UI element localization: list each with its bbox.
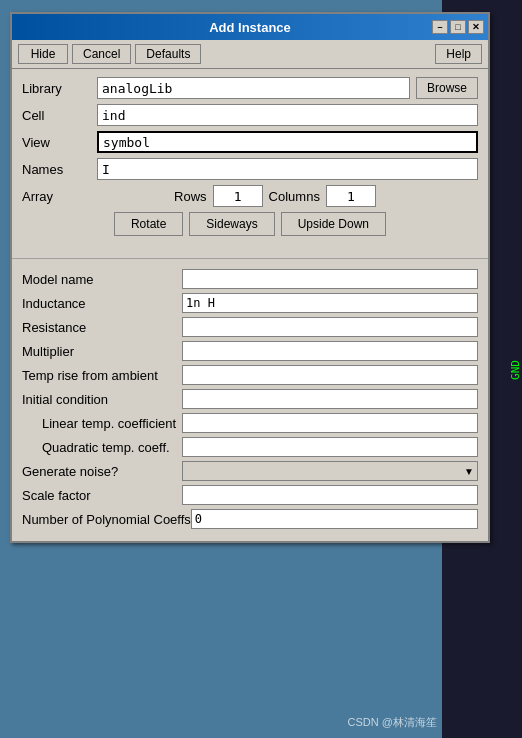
rows-input[interactable] [213, 185, 263, 207]
library-label: Library [22, 81, 97, 96]
hide-button[interactable]: Hide [18, 44, 68, 64]
gnd-label: GND [509, 360, 522, 380]
inductance-row: Inductance [22, 293, 478, 313]
library-input[interactable] [97, 77, 410, 99]
dropdown-arrow-icon: ▼ [464, 466, 474, 477]
watermark: CSDN @林清海笙 [348, 715, 437, 730]
form-area: Library Browse Cell View Names Array Row… [12, 69, 488, 252]
inductance-label: Inductance [22, 296, 182, 311]
linear-temp-label: Linear temp. coefficient [22, 416, 182, 431]
view-input[interactable] [97, 131, 478, 153]
temp-rise-label: Temp rise from ambient [22, 368, 182, 383]
browse-button[interactable]: Browse [416, 77, 478, 99]
view-row: View [22, 131, 478, 153]
resistance-label: Resistance [22, 320, 182, 335]
add-instance-dialog: Add Instance – □ ✕ Hide Cancel Defaults … [10, 12, 490, 543]
names-label: Names [22, 162, 97, 177]
title-bar-buttons: – □ ✕ [432, 20, 484, 34]
inductance-input[interactable] [182, 293, 478, 313]
quadratic-temp-input[interactable] [182, 437, 478, 457]
linear-temp-input[interactable] [182, 413, 478, 433]
maximize-button[interactable]: □ [450, 20, 466, 34]
initial-cond-row: Initial condition [22, 389, 478, 409]
array-fields: Rows Columns [72, 185, 478, 207]
initial-cond-input[interactable] [182, 389, 478, 409]
names-row: Names [22, 158, 478, 180]
help-button[interactable]: Help [435, 44, 482, 64]
linear-temp-row: Linear temp. coefficient [22, 413, 478, 433]
sideways-button[interactable]: Sideways [189, 212, 274, 236]
columns-input[interactable] [326, 185, 376, 207]
quadratic-temp-label: Quadratic temp. coeff. [22, 440, 182, 455]
defaults-button[interactable]: Defaults [135, 44, 201, 64]
poly-coeffs-input[interactable] [191, 509, 478, 529]
upside-down-button[interactable]: Upside Down [281, 212, 386, 236]
rows-label: Rows [174, 189, 207, 204]
quadratic-temp-row: Quadratic temp. coeff. [22, 437, 478, 457]
library-row: Library Browse [22, 77, 478, 99]
poly-coeffs-label: Number of Polynomial Coeffs [22, 512, 191, 527]
resistance-row: Resistance [22, 317, 478, 337]
columns-label: Columns [269, 189, 320, 204]
scale-factor-input[interactable] [182, 485, 478, 505]
multiplier-row: Multiplier [22, 341, 478, 361]
multiplier-input[interactable] [182, 341, 478, 361]
temp-rise-row: Temp rise from ambient [22, 365, 478, 385]
model-name-row: Model name [22, 269, 478, 289]
view-label: View [22, 135, 97, 150]
cell-input[interactable] [97, 104, 478, 126]
scale-factor-label: Scale factor [22, 488, 182, 503]
toolbar: Hide Cancel Defaults Help [12, 40, 488, 69]
cell-label: Cell [22, 108, 97, 123]
multiplier-label: Multiplier [22, 344, 182, 359]
resistance-input[interactable] [182, 317, 478, 337]
close-button[interactable]: ✕ [468, 20, 484, 34]
rotate-button[interactable]: Rotate [114, 212, 183, 236]
array-label: Array [22, 189, 72, 204]
properties-area: Model name Inductance Resistance Multipl… [12, 265, 488, 541]
initial-cond-label: Initial condition [22, 392, 182, 407]
generate-noise-row: Generate noise? ▼ [22, 461, 478, 481]
title-bar: Add Instance – □ ✕ [12, 14, 488, 40]
model-name-input[interactable] [182, 269, 478, 289]
scale-factor-row: Scale factor [22, 485, 478, 505]
array-row: Array Rows Columns [22, 185, 478, 207]
poly-coeffs-row: Number of Polynomial Coeffs [22, 509, 478, 529]
names-input[interactable] [97, 158, 478, 180]
generate-noise-label: Generate noise? [22, 464, 182, 479]
dialog-title: Add Instance [209, 20, 291, 35]
minimize-button[interactable]: – [432, 20, 448, 34]
model-name-label: Model name [22, 272, 182, 287]
cancel-button[interactable]: Cancel [72, 44, 131, 64]
orient-row: Rotate Sideways Upside Down [22, 212, 478, 236]
generate-noise-dropdown[interactable]: ▼ [182, 461, 478, 481]
temp-rise-input[interactable] [182, 365, 478, 385]
cell-row: Cell [22, 104, 478, 126]
